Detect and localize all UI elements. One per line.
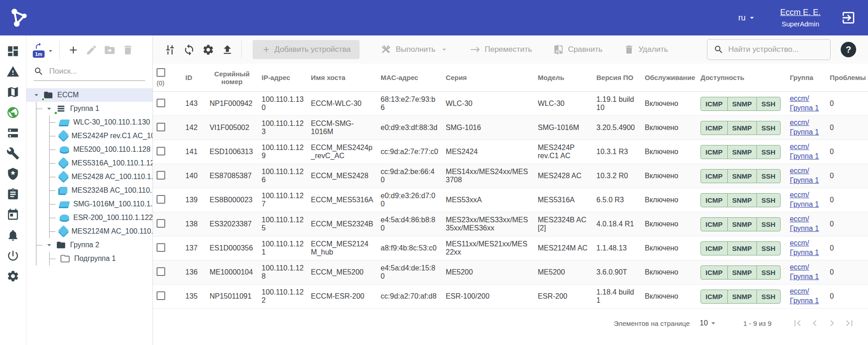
device-row[interactable]: 136 ME10000104 100.110.1.128 ECCM_ME5200… [153,260,868,285]
user-name-link[interactable]: Eccm E. E. [780,8,821,17]
row-checkbox[interactable] [157,291,165,300]
rail-item-schedule[interactable] [3,205,23,225]
column-header[interactable]: Версия ПО [593,64,641,92]
column-header[interactable]: Серия [442,64,534,92]
group-link[interactable]: eccm/Группа 1 [790,190,822,210]
delete-button[interactable]: Удалить [624,44,668,55]
logout-icon[interactable] [841,10,856,25]
language-selector[interactable]: ru [738,13,756,23]
device-row[interactable]: 137 ES1D000356 100.110.1.121 ECCM_MES212… [153,236,868,260]
delete-group-button[interactable] [119,41,137,59]
device-row[interactable]: 142 VI1F005002 100.110.1.123 ECCM-SMG-10… [153,116,868,140]
tree-node[interactable]: MES2324B AC_100.110.1. [50,184,152,197]
group-link[interactable]: eccm/Группа 1 [790,239,822,258]
row-checkbox[interactable] [157,147,165,155]
group-link[interactable]: eccm/Группа 1 [790,287,822,306]
tree-node[interactable]: Подгруппа 1 [50,252,152,265]
rail-item-devices[interactable] [3,102,23,123]
add-group-button[interactable] [64,41,82,59]
tree-node[interactable]: ECCM [26,88,152,102]
device-row[interactable]: 140 ES87085387 100.110.1.126 ECCM_MES242… [153,164,868,188]
row-checkbox[interactable] [157,243,165,252]
column-header[interactable]: Обслуживание [641,64,697,92]
filter-columns-button[interactable] [160,40,179,59]
tree-caret-icon[interactable] [45,104,54,113]
table-settings-button[interactable] [198,40,218,59]
tree-caret-icon[interactable] [32,90,41,100]
column-header[interactable]: IP-адрес [258,64,307,92]
rail-item-security[interactable] [3,164,23,184]
compare-button[interactable]: Сравнить [553,44,603,55]
column-header[interactable]: Доступность [697,64,786,92]
tree-caret-icon[interactable] [45,240,54,250]
row-checkbox[interactable] [157,171,165,180]
group-link[interactable]: eccm/Группа 1 [790,166,822,185]
column-header[interactable]: MAC-адрес [377,64,442,92]
rail-item-settings[interactable] [3,266,23,286]
column-header[interactable]: Группа [786,64,826,92]
help-button[interactable]: ? [841,42,856,57]
rail-item-tasks[interactable] [3,184,23,205]
rail-item-dashboard[interactable] [3,41,23,61]
tree-node[interactable]: MES2428 AC_100.110.1.1 [50,170,152,184]
tree-search-input[interactable] [49,67,145,76]
group-link[interactable]: eccm/Группа 1 [790,94,822,113]
device-row[interactable]: 141 ESD1006313 100.110.1.129 ECCM_MES242… [153,140,868,164]
rail-item-alarms[interactable] [3,61,23,82]
column-header[interactable]: ID [182,64,206,92]
group-link[interactable]: eccm/Группа 1 [790,263,822,282]
row-checkbox[interactable] [157,267,165,276]
rail-item-map[interactable] [3,82,23,102]
tree-node[interactable]: MES5316A_100.110.1.127 [50,156,152,170]
execute-label: Выполнить [396,45,435,54]
device-row[interactable]: 138 ES32023387 100.110.1.125 ECCM_MES232… [153,212,868,236]
row-checkbox[interactable] [157,219,165,228]
move-group-button[interactable] [101,41,119,59]
tree-node[interactable]: ME5200_100.110.1.128 [50,143,152,156]
tree-node-label: WLC-30_100.110.1.130 [73,118,150,126]
cell-series: ESR-100/200 [442,285,534,309]
cell-problems: 0 [826,188,868,212]
device-row[interactable]: 139 ES8B000023 100.110.1.127 ECCM_MES531… [153,188,868,212]
group-link[interactable]: eccm/Группа 1 [790,142,822,161]
cell-series: MES11xx/MES21xx/MES22xx [442,236,534,260]
device-search-input[interactable] [728,45,824,54]
tree-node[interactable]: ESR-200_100.110.1.122 [50,211,152,225]
tree-node-label: MES2324B AC_100.110.1. [71,186,152,195]
auto-refresh-control[interactable]: 1m [33,42,55,58]
rail-item-inventory[interactable] [3,123,23,143]
prev-page-button[interactable] [806,315,823,332]
tree-node[interactable]: Группа 2 [36,238,152,252]
rail-item-notifications[interactable] [3,225,23,245]
tree-node[interactable]: MES2124M AC_100.110.1 [50,225,152,238]
page-size-select[interactable]: 10 [700,319,718,328]
tree-node[interactable]: MES2424P rev.C1 AC_100 [50,129,152,143]
add-devices-button[interactable]: Добавить устройства [253,40,360,59]
cell-series: MES53xxA [442,188,534,212]
last-page-button[interactable] [841,315,858,332]
row-checkbox[interactable] [157,123,165,131]
upload-button[interactable] [218,40,237,59]
rail-item-processes[interactable] [3,245,23,266]
column-header[interactable]: Имя хоста [307,64,377,92]
select-all-checkbox[interactable] [157,68,165,77]
first-page-button[interactable] [789,315,806,332]
column-header[interactable]: Модель [534,64,593,92]
rail-item-maintenance[interactable] [3,143,23,164]
tree-node[interactable]: Группа 1 [36,102,152,115]
execute-button[interactable]: Выполнить [381,44,448,55]
row-checkbox[interactable] [157,195,165,204]
move-button[interactable]: Переместить [470,44,532,55]
tree-node[interactable]: WLC-30_100.110.1.130 [50,115,152,129]
device-row[interactable]: 143 NP1F000942 100.110.1.130 ECCM-WLC-30… [153,92,868,116]
refresh-button[interactable] [179,40,198,59]
tree-node[interactable]: SMG-1016M_100.110.1.12 [50,197,152,211]
next-page-button[interactable] [823,315,841,332]
group-link[interactable]: eccm/Группа 1 [790,118,822,137]
column-header[interactable]: Серийный номер [206,64,258,92]
edit-group-button[interactable] [82,41,101,59]
group-link[interactable]: eccm/Группа 1 [790,215,822,234]
column-header[interactable]: Проблемы [826,64,868,92]
row-checkbox[interactable] [157,99,165,107]
device-row[interactable]: 135 NP15011091 100.110.1.122 ECCM-ESR-20… [153,285,868,309]
